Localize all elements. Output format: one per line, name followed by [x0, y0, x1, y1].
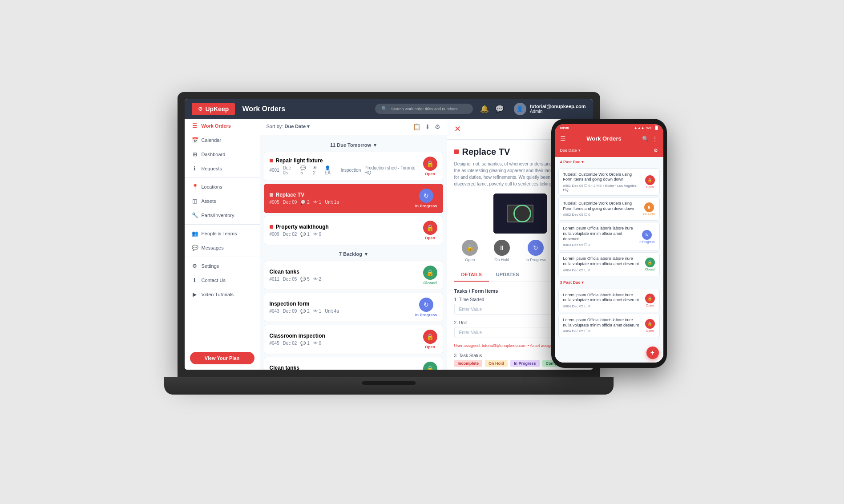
phone-sort-label: Due Date: [560, 148, 577, 153]
sidebar-divider-2: [185, 224, 260, 225]
phone-more-icon[interactable]: ⋮: [652, 136, 658, 142]
phone-section-2-label: 3 Past Due ▾: [560, 280, 584, 285]
status-incomplete[interactable]: Incomplete: [454, 360, 483, 367]
sidebar-label-calendar: Calendar: [202, 137, 222, 143]
wo-meta-1: #001 Dec 05 💬 5 👁 2 👤 EA Inspection Prod…: [270, 165, 423, 175]
wo-card-inspection-form[interactable]: Inspection form #043 Dec 09 💬 2 👁 1 Unit…: [264, 293, 443, 322]
section-backlog: 7 Backlog ▾: [264, 248, 443, 261]
phone-status-text-2: On Hold: [643, 213, 655, 216]
phone-section-2: 3 Past Due ▾: [555, 278, 663, 287]
sidebar-item-assets[interactable]: ◫ Assets: [185, 194, 260, 208]
view-plan-button[interactable]: View Your Plan: [190, 352, 254, 364]
status-onhold[interactable]: On Hold: [485, 360, 508, 367]
wo-views-3: 👁 0: [313, 232, 321, 237]
sidebar-item-calendar[interactable]: 📅 Calendar: [185, 133, 260, 147]
wo-card-clean-tanks-2[interactable]: Clean tanks #011 Dec 05 💬 5 👁 2: [264, 357, 443, 370]
phone-status-btn-2[interactable]: ⏸: [644, 202, 654, 212]
laptop-screen: ⚙ UpKeep Work Orders 🔍 Search work order…: [185, 99, 593, 370]
phone-card-5[interactable]: Lorem ipsum Officia laboris labore irure…: [558, 289, 660, 312]
sidebar-item-settings[interactable]: ⚙ Settings: [185, 259, 260, 273]
sidebar-item-parts-inventory[interactable]: 🔧 Parts/Inventory: [185, 208, 260, 222]
phone-card-1[interactable]: Tutorial: Customize Work Orders using Fo…: [558, 168, 660, 196]
wo-status-col-7: 🔒 Closed: [423, 362, 437, 370]
close-button[interactable]: ✕: [454, 124, 461, 134]
sidebar-label-parts: Parts/Inventory: [202, 213, 234, 218]
phone-card-text-2: Tutorial: Customize Work Orders using Fo…: [563, 201, 641, 211]
wo-id-4: #011: [270, 277, 279, 282]
contact-icon: ℹ: [192, 277, 198, 283]
phone-card-6[interactable]: Lorem ipsum Officia laboris labore irure…: [558, 314, 660, 337]
wo-views-2: 👁 1: [313, 200, 321, 205]
wo-title-2: Replace TV: [270, 192, 415, 198]
tv-display: [493, 194, 547, 234]
laptop-base: [164, 377, 614, 395]
wo-status-btn-5[interactable]: ↻: [419, 298, 433, 312]
wo-meta-6: #045 Dec 02 💬 1 👁 0: [270, 341, 423, 346]
phone-search-icon[interactable]: 🔍: [642, 136, 649, 142]
battery-icon: ▉: [655, 126, 658, 130]
tab-updates[interactable]: UPDATES: [489, 268, 526, 282]
phone-card-left-3: Lorem ipsum Officia laboris labore irure…: [563, 226, 639, 247]
phone-status-btn-4[interactable]: 🔒: [645, 258, 655, 267]
sidebar-item-messages[interactable]: 💬 Messages: [185, 241, 260, 255]
wo-comments-5: 💬 2: [300, 309, 309, 314]
app-logo: ⚙ UpKeep: [192, 103, 235, 115]
wo-type-1: Inspection: [341, 168, 361, 173]
phone-menu-icon[interactable]: ☰: [560, 135, 566, 142]
phone-status-btn-5[interactable]: 🔒: [645, 294, 655, 303]
phone-sort-control[interactable]: Due Date ▾: [560, 148, 581, 153]
phone-status-btn-6[interactable]: 🔒: [645, 319, 655, 329]
sidebar-item-locations[interactable]: 📍 Locations: [185, 180, 260, 194]
wo-comments-4: 💬 5: [300, 277, 309, 282]
sidebar-item-work-orders[interactable]: ☰ Work Orders: [185, 119, 260, 133]
chevron-down-icon: ▾: [374, 142, 376, 148]
wo-status-btn-4[interactable]: 🔒: [423, 266, 437, 280]
search-bar[interactable]: 🔍 Search work order titles and numbers: [375, 104, 473, 114]
phone-card-4[interactable]: Lorem ipsum Officia laboris labore irure…: [558, 252, 660, 276]
wo-status-btn-2[interactable]: ↻: [419, 189, 433, 203]
sidebar-divider-1: [185, 177, 260, 178]
wo-status-btn-1[interactable]: 🔒: [423, 157, 437, 171]
sidebar-item-dashboard[interactable]: ⊞ Dashboard: [185, 147, 260, 161]
phone-fab-button[interactable]: +: [646, 347, 659, 359]
wo-card-repair-light[interactable]: Repair light fixture #001 Dec 05 💬 5 👁 2…: [264, 152, 443, 181]
sidebar-item-video-tutorials[interactable]: ▶ Video Tutorials: [185, 287, 260, 302]
wo-id-6: #045: [270, 341, 279, 346]
filter-icon[interactable]: ⚙: [435, 123, 440, 130]
wo-card-clean-tanks[interactable]: Clean tanks #011 Dec 05 💬 5 👁 2: [264, 261, 443, 290]
status-inprogress[interactable]: In Progress: [510, 360, 540, 367]
sidebar-item-contact-us[interactable]: ℹ Contact Us: [185, 273, 260, 287]
wo-status-btn-3[interactable]: 🔒: [423, 221, 437, 235]
wo-assigned-1: 👤 EA: [325, 165, 337, 175]
wo-location-1: Production shed - Toronto HQ: [364, 165, 423, 175]
sort-control[interactable]: Sort by: Due Date ▾: [267, 124, 310, 129]
step-inprogress-btn[interactable]: ↻: [528, 240, 544, 256]
wo-card-replace-tv[interactable]: Replace TV #005 Dec 09 💬 2 👁 1 Unit 1a: [264, 184, 443, 213]
phone-status-btn-3[interactable]: ↻: [642, 230, 652, 240]
section-backlog-label: 7 Backlog: [339, 251, 362, 257]
phone-card-2[interactable]: Tutorial: Customize Work Orders using Fo…: [558, 197, 660, 221]
bell-icon[interactable]: 🔔: [480, 105, 489, 113]
wo-status-btn-6[interactable]: 🔒: [423, 330, 437, 344]
phone-status-btn-1[interactable]: 🔒: [645, 175, 655, 185]
sort-label: Sort by:: [267, 124, 285, 129]
step-onhold-btn[interactable]: ⏸: [494, 240, 510, 256]
phone-card-3[interactable]: Lorem ipsum Officia laboris labore irure…: [558, 222, 660, 251]
wo-card-property[interactable]: Property walkthough #009 Dec 02 💬 1 👁 0: [264, 216, 443, 245]
export-icon[interactable]: 📋: [413, 123, 420, 130]
phone-status-text-4: Closed: [645, 268, 655, 271]
phone-body: 4 Past Due ▾ Tutorial: Customize Work Or…: [555, 157, 663, 363]
phone-filter-icon[interactable]: ⚙: [654, 148, 658, 153]
chat-icon[interactable]: 💬: [495, 105, 504, 113]
wo-card-classroom[interactable]: Classroom inspection #045 Dec 02 💬 1 👁 0: [264, 325, 443, 354]
wo-status-btn-7[interactable]: 🔒: [423, 362, 437, 370]
step-open-btn[interactable]: 🔒: [462, 240, 478, 256]
search-icon: 🔍: [381, 106, 388, 112]
tab-details[interactable]: DETAILS: [454, 268, 489, 282]
wifi-icon: WiFi: [646, 126, 654, 130]
detail-image: [493, 194, 547, 234]
phone-status-icons: ▲▲▲ WiFi ▉: [634, 126, 658, 130]
download-icon[interactable]: ⬇: [425, 123, 430, 130]
sidebar-item-people-teams[interactable]: 👥 People & Teams: [185, 226, 260, 241]
sidebar-item-requests[interactable]: ℹ Requests: [185, 161, 260, 176]
